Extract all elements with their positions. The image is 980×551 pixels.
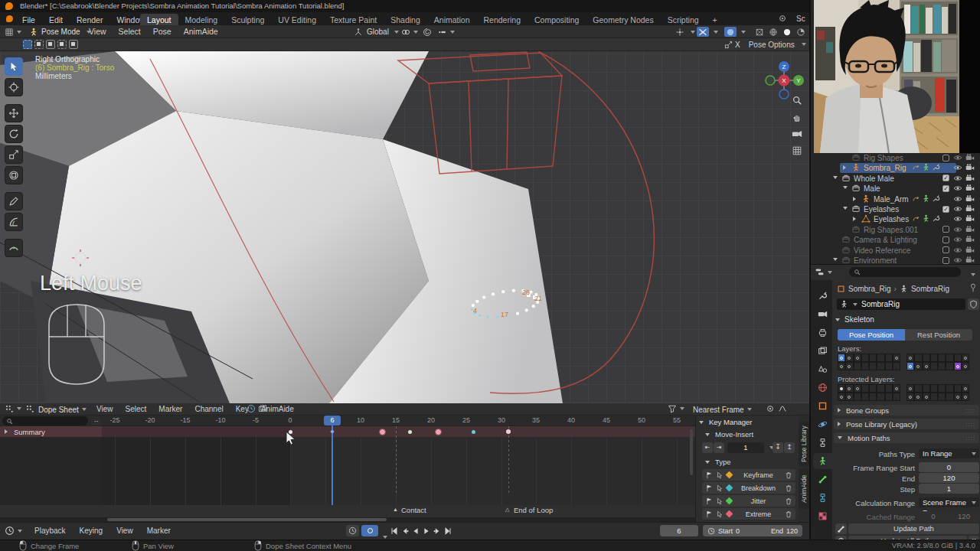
layer-cell[interactable] <box>861 384 869 393</box>
properties-tab-bone-constraint[interactable] <box>813 490 832 506</box>
deselect-arrow-icon[interactable] <box>716 497 724 505</box>
hide-eye-icon[interactable] <box>953 225 962 234</box>
dopesheet-menu-marker[interactable]: Marker <box>152 403 188 416</box>
layer-cell[interactable] <box>906 362 914 370</box>
hide-eye-icon[interactable] <box>953 163 962 172</box>
snap-dropdown[interactable]: Nearest Frame <box>693 403 752 416</box>
shading-material-icon[interactable] <box>795 27 807 37</box>
insert-up-button[interactable]: ↥ <box>784 442 795 453</box>
viewport-3d[interactable]: 4172126 Right Orthographic (6) Sombra_Ri… <box>0 51 809 403</box>
trash-icon[interactable] <box>785 484 792 492</box>
hide-eye-icon[interactable] <box>953 235 962 244</box>
timeline-menu-keying[interactable]: Keying <box>73 523 110 540</box>
tool-select-box[interactable] <box>5 57 23 76</box>
timeline-menu-playback[interactable]: Playback <box>28 523 73 540</box>
amount-field[interactable]: 1 <box>727 442 764 453</box>
tool-annotate[interactable] <box>5 192 23 210</box>
properties-tab-output[interactable] <box>813 324 832 341</box>
dopesheet-menu-select[interactable]: Select <box>119 403 153 416</box>
pan-hand-icon[interactable] <box>790 110 804 124</box>
select-mode-intersect[interactable] <box>69 40 78 49</box>
cached-range-fields[interactable]: 0120 <box>919 511 979 521</box>
properties-search-input[interactable] <box>849 267 961 277</box>
layer-cell[interactable] <box>861 354 869 362</box>
layer-cell[interactable] <box>914 354 922 362</box>
visibility-checkbox[interactable] <box>942 257 949 264</box>
transform-orientation[interactable]: Global <box>354 27 399 37</box>
update-path-button[interactable]: Update Path <box>848 523 979 534</box>
layer-cell[interactable] <box>954 384 962 393</box>
tab-pose-library[interactable]: Pose Library <box>799 422 809 466</box>
vscroll-thumb[interactable] <box>690 429 693 475</box>
layer-cell[interactable] <box>962 384 969 393</box>
editor-type-selector[interactable] <box>5 27 23 37</box>
layer-cell[interactable] <box>877 384 884 393</box>
properties-tab-bone[interactable] <box>813 471 832 487</box>
expander-right-icon[interactable] <box>843 165 846 170</box>
ortho-grid-icon[interactable] <box>790 144 804 158</box>
select-flag-icon[interactable] <box>705 471 713 479</box>
calculation-range-dropdown[interactable]: Scene Frame Range <box>919 497 979 507</box>
channel-region[interactable] <box>0 437 102 505</box>
properties-tab-physics[interactable] <box>813 416 832 432</box>
layer-cell[interactable] <box>962 354 969 362</box>
layer-cell[interactable] <box>946 354 953 362</box>
render-camera-icon[interactable] <box>965 194 975 204</box>
dopesheet-mode-dropdown[interactable]: Dope Sheet <box>38 403 87 416</box>
tool-rotate[interactable] <box>5 125 23 143</box>
layer-cell[interactable] <box>930 362 938 370</box>
timeline-menu-view[interactable]: View <box>109 523 140 540</box>
viewport-menu-view[interactable]: View <box>83 25 113 38</box>
layer-cell[interactable] <box>914 362 922 370</box>
layer-cell[interactable] <box>906 393 914 401</box>
layer-cell[interactable] <box>885 384 893 393</box>
outliner-row[interactable]: Environment <box>811 256 980 264</box>
visibility-checkbox[interactable]: ✓ <box>942 185 949 192</box>
visibility-checkbox[interactable] <box>942 155 949 161</box>
keyframe-jitter[interactable] <box>408 430 412 434</box>
deselect-arrow-icon[interactable] <box>716 510 724 518</box>
layer-cell[interactable] <box>869 362 877 370</box>
layer-cell[interactable] <box>893 362 900 370</box>
render-camera-icon[interactable] <box>965 235 975 244</box>
layer-cell[interactable] <box>869 384 877 393</box>
expander-down-icon[interactable] <box>833 258 838 261</box>
layer-cell[interactable] <box>938 354 946 362</box>
properties-tab-texture[interactable] <box>813 508 832 524</box>
tab-animaide[interactable]: AnimAide <box>799 469 809 509</box>
layer-cell[interactable] <box>954 354 962 362</box>
hide-eye-icon[interactable] <box>953 204 962 214</box>
expander-right-icon[interactable] <box>853 217 856 221</box>
visibility-checkbox[interactable]: ✓ <box>942 206 949 213</box>
hide-eye-icon[interactable] <box>953 256 962 264</box>
viewport-menu-animaide[interactable]: AnimAide <box>178 25 224 38</box>
layer-cell[interactable] <box>893 384 900 393</box>
layer-cell[interactable] <box>923 393 930 401</box>
shading-wireframe-icon[interactable] <box>753 27 766 37</box>
tool-transform[interactable] <box>5 166 23 184</box>
render-camera-icon[interactable] <box>965 214 975 223</box>
layer-cell[interactable] <box>954 393 962 401</box>
bone-groups-panel[interactable]: Bone Groups:::: <box>834 405 979 416</box>
pose-position-button[interactable]: Pose Position <box>838 329 905 341</box>
key-manager-panel-header[interactable]: Key Manager <box>699 418 753 426</box>
layer-cell[interactable] <box>854 384 861 393</box>
layer-cell[interactable] <box>938 362 946 370</box>
key-type-row[interactable]: Breakdown <box>702 482 795 494</box>
layer-cell[interactable] <box>845 384 853 393</box>
properties-tab-tool[interactable] <box>813 288 832 304</box>
select-flag-icon[interactable] <box>705 484 713 492</box>
type-panel-header[interactable]: Type <box>705 458 731 466</box>
auto-keying-record-button[interactable] <box>361 525 378 536</box>
expander-down-icon[interactable] <box>833 176 838 179</box>
marker-triangle-icon[interactable]: △ <box>505 507 509 513</box>
outliner-row[interactable]: Camera & Lighting <box>811 235 980 245</box>
layer-cell[interactable] <box>923 384 930 393</box>
hide-eye-icon[interactable] <box>953 153 962 162</box>
layer-cell[interactable] <box>906 384 914 393</box>
trash-icon[interactable] <box>785 510 792 518</box>
layer-cell[interactable] <box>885 354 893 362</box>
layer-cell[interactable] <box>845 393 853 401</box>
dopesheet-search-input[interactable] <box>2 416 88 425</box>
layer-cell[interactable] <box>923 362 930 370</box>
